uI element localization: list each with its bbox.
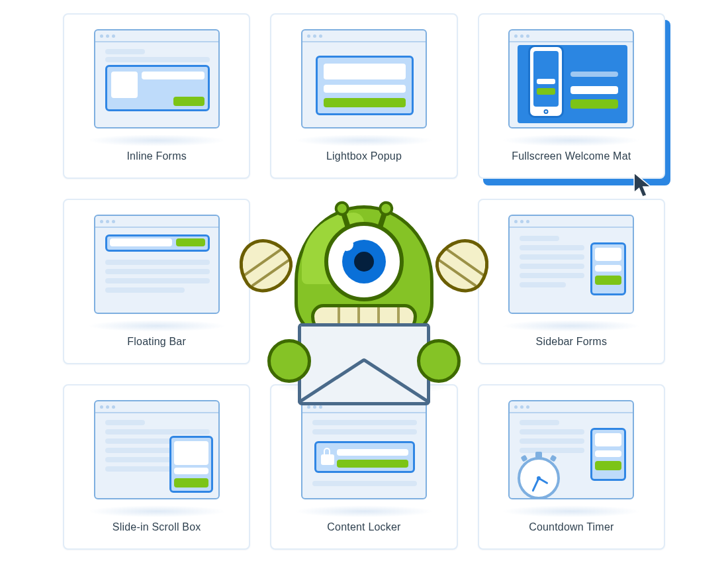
browser-frame-icon (94, 400, 220, 499)
card-label: Floating Bar (127, 336, 186, 348)
lock-icon (321, 448, 334, 465)
illustration-slidein-scroll-box (84, 400, 230, 509)
browser-frame-icon (508, 29, 634, 128)
svg-marker-0 (634, 173, 651, 197)
card-label: Content Locker (327, 521, 400, 533)
mascot-icon (258, 199, 470, 391)
illustration-countdown-timer (498, 400, 644, 509)
illustration-fullscreen-welcome-mat (498, 29, 644, 138)
card-label: Countdown Timer (529, 521, 614, 533)
card-label: Slide-in Scroll Box (113, 521, 201, 533)
illustration-inline-forms (84, 29, 230, 138)
card-content-locker[interactable]: Content Locker (270, 384, 457, 550)
card-label: Inline Forms (126, 150, 186, 162)
card-slidein-scroll-box[interactable]: Slide-in Scroll Box (63, 384, 250, 550)
browser-frame-icon (508, 400, 634, 499)
illustration-floating-bar (84, 215, 230, 324)
envelope-icon (298, 323, 430, 405)
stopwatch-icon (518, 457, 560, 499)
illustration-sidebar-forms (498, 215, 644, 324)
browser-frame-icon (94, 29, 220, 128)
campaign-types-grid: Inline Forms Lightbox Popup (0, 0, 728, 563)
browser-frame-icon (94, 215, 220, 314)
card-lightbox-popup[interactable]: Lightbox Popup (270, 13, 457, 179)
illustration-content-locker (291, 400, 437, 509)
card-label: Lightbox Popup (326, 150, 402, 162)
browser-frame-icon (301, 29, 427, 128)
card-floating-bar[interactable]: Floating Bar (63, 199, 250, 364)
card-fullscreen-welcome-mat[interactable]: Fullscreen Welcome Mat (478, 13, 665, 179)
card-label: Fullscreen Welcome Mat (512, 150, 631, 162)
browser-frame-icon (301, 400, 427, 499)
card-label: Sidebar Forms (536, 336, 608, 348)
cursor-icon (633, 171, 655, 200)
illustration-lightbox-popup (291, 29, 437, 138)
browser-frame-icon (508, 215, 634, 314)
card-sidebar-forms[interactable]: Sidebar Forms (478, 199, 665, 364)
card-inline-forms[interactable]: Inline Forms (63, 13, 250, 179)
phone-icon (528, 45, 564, 118)
card-countdown-timer[interactable]: Countdown Timer (478, 384, 665, 550)
